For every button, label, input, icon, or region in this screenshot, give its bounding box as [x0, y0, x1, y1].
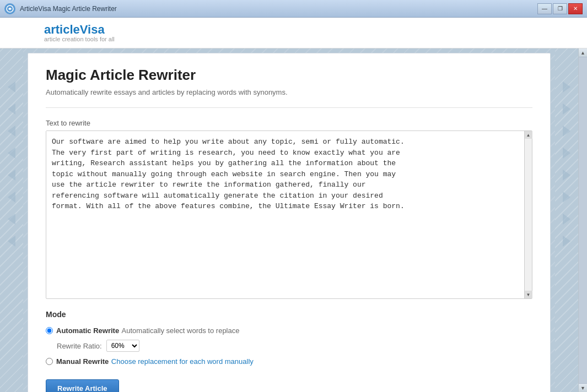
- manual-rewrite-bold-label: Manual Rewrite: [56, 357, 109, 366]
- main-container: Magic Article Rewriter Automatically rew…: [0, 48, 587, 392]
- auto-rewrite-label[interactable]: Automatic Rewrite Automatically select w…: [56, 325, 239, 335]
- logo-subtitle: article creation tools for all: [44, 36, 115, 42]
- divider: [46, 107, 532, 108]
- deco-right-arrow-8: [563, 236, 570, 247]
- scroll-up-arrow[interactable]: ▲: [525, 131, 532, 139]
- minimize-button[interactable]: —: [537, 3, 552, 14]
- scroll-bottom-button[interactable]: ▼: [579, 383, 587, 392]
- deco-arrow-3: [8, 126, 15, 137]
- window-title: ArticleVisa Magic Article Rewriter: [20, 5, 117, 13]
- manual-rewrite-label[interactable]: Manual Rewrite Choose replacement for ea…: [56, 356, 254, 366]
- mode-label: Mode: [46, 310, 532, 319]
- restore-button[interactable]: ❐: [553, 3, 567, 14]
- deco-right-arrow-7: [563, 214, 570, 225]
- scroll-down-arrow[interactable]: ▼: [525, 291, 532, 298]
- logo-area: articleVisa article creation tools for a…: [0, 18, 587, 48]
- page-title: Magic Article Rewriter: [46, 67, 532, 84]
- content-area: Magic Article Rewriter Automatically rew…: [23, 48, 555, 392]
- scroll-track: [579, 57, 587, 383]
- deco-arrow-6: [8, 192, 15, 203]
- close-button[interactable]: ✕: [568, 3, 583, 14]
- window-controls: — ❐ ✕: [537, 3, 583, 14]
- textarea-scrollbar: ▲ ▼: [524, 131, 532, 298]
- scroll-top-button[interactable]: ▲: [579, 48, 587, 57]
- manual-rewrite-radio[interactable]: [46, 358, 53, 365]
- ratio-label: Rewrite Ratio:: [57, 342, 102, 350]
- auto-rewrite-desc: Automatically select words to replace: [122, 326, 240, 335]
- deco-arrow-2: [8, 104, 15, 115]
- deco-arrow-1: [8, 81, 15, 92]
- deco-right-arrow-3: [563, 126, 570, 137]
- auto-rewrite-radio[interactable]: [46, 327, 53, 334]
- manual-rewrite-desc: Choose replacement for each word manuall…: [111, 357, 254, 366]
- deco-arrow-8: [8, 236, 15, 247]
- text-rewrite-input[interactable]: [46, 131, 524, 296]
- manual-rewrite-option: Manual Rewrite Choose replacement for ea…: [46, 356, 532, 366]
- right-panel: [555, 48, 578, 392]
- title-bar-left: ArticleVisa Magic Article Rewriter: [4, 3, 117, 14]
- deco-arrow-5: [8, 170, 15, 181]
- deco-right-arrow-6: [563, 192, 570, 203]
- auto-rewrite-bold-label: Automatic Rewrite: [56, 326, 119, 335]
- app-icon: [4, 3, 15, 14]
- rewrite-ratio-select[interactable]: 60% 10% 20% 30% 40% 50% 70% 80% 90%: [106, 340, 139, 352]
- auto-rewrite-option: Automatic Rewrite Automatically select w…: [46, 325, 532, 335]
- text-label: Text to rewrite: [46, 119, 532, 127]
- deco-right-arrow-5: [563, 170, 570, 181]
- mode-section: Mode Automatic Rewrite Automatically sel…: [46, 310, 532, 392]
- logo-wrapper: articleVisa article creation tools for a…: [44, 24, 115, 42]
- rewrite-article-button[interactable]: Rewrite Article: [46, 379, 119, 392]
- main-card: Magic Article Rewriter Automatically rew…: [28, 53, 551, 392]
- deco-right-arrow-2: [563, 104, 570, 115]
- deco-arrow-7: [8, 214, 15, 225]
- text-area-wrapper: ▲ ▼: [46, 130, 532, 299]
- logo-text: articleVisa: [44, 24, 115, 36]
- deco-right-arrow-4: [563, 148, 570, 159]
- title-bar: ArticleVisa Magic Article Rewriter — ❐ ✕: [0, 0, 587, 18]
- rewrite-ratio-row: Rewrite Ratio: 60% 10% 20% 30% 40% 50% 7…: [57, 340, 532, 352]
- deco-right-arrow-1: [563, 81, 570, 92]
- deco-arrow-4: [8, 148, 15, 159]
- right-scrollbar: ▲ ▼: [578, 48, 587, 392]
- page-subtitle: Automatically rewrite essays and article…: [46, 88, 532, 96]
- left-panel: [0, 48, 23, 392]
